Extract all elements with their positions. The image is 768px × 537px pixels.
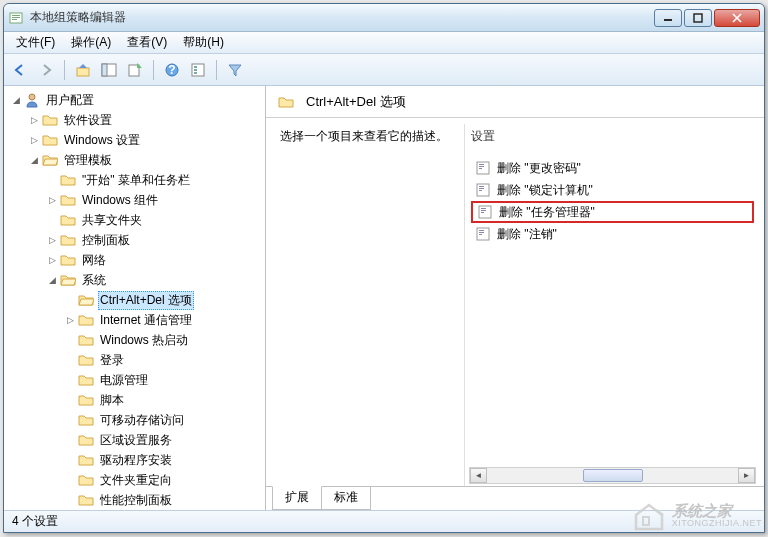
tree-node[interactable]: 驱动程序安装 [4,450,265,470]
tree-node-admin-templates[interactable]: ◢ 管理模板 [4,150,265,170]
tree-label: 系统 [80,271,108,290]
folder-icon [78,312,94,328]
description-column: 选择一个项目来查看它的描述。 [270,124,464,486]
svg-rect-20 [479,164,484,165]
scroll-thumb[interactable] [583,469,643,482]
tree-node[interactable]: ▷ 控制面板 [4,230,265,250]
svg-rect-31 [477,228,489,240]
detail-area: 选择一个项目来查看它的描述。 设置 删除 "更改密码" 删除 "锁定计算机" 删… [266,118,764,486]
tree-node[interactable]: 共享文件夹 [4,210,265,230]
scroll-right-button[interactable]: ► [738,468,755,483]
svg-rect-25 [479,188,484,189]
tree-node[interactable]: ▷ Windows 组件 [4,190,265,210]
tab-extended[interactable]: 扩展 [272,486,322,510]
expand-icon[interactable]: ▷ [28,114,40,126]
policy-icon [475,226,491,242]
svg-rect-30 [481,212,484,213]
menubar: 文件(F) 操作(A) 查看(V) 帮助(H) [4,32,764,54]
tree-node[interactable]: 性能控制面板 [4,490,265,510]
svg-point-18 [29,94,35,100]
svg-rect-15 [194,66,197,68]
setting-label: 删除 "任务管理器" [499,204,595,221]
tab-standard[interactable]: 标准 [321,487,371,510]
tree-node[interactable]: ▷ Windows 设置 [4,130,265,150]
help-button[interactable]: ? [160,58,184,82]
svg-rect-1 [12,15,20,16]
horizontal-scrollbar[interactable]: ◄ ► [469,467,756,484]
tree-node[interactable]: ▷ 网络 [4,250,265,270]
svg-rect-33 [479,232,484,233]
description-prompt: 选择一个项目来查看它的描述。 [280,128,454,145]
menu-action[interactable]: 操作(A) [63,32,119,53]
menu-help[interactable]: 帮助(H) [175,32,232,53]
svg-rect-10 [102,64,107,76]
tree-node-ctrl-alt-del[interactable]: Ctrl+Alt+Del 选项 [4,290,265,310]
folder-icon [78,472,94,488]
menu-view[interactable]: 查看(V) [119,32,175,53]
properties-button[interactable] [186,58,210,82]
tree-node[interactable]: 可移动存储访问 [4,410,265,430]
tree-node[interactable]: "开始" 菜单和任务栏 [4,170,265,190]
toolbar-separator [153,60,154,80]
tree-panel[interactable]: ◢ 用户配置 ▷ 软件设置 ▷ Windows 设置 ◢ 管理模板 " [4,86,266,510]
folder-icon [78,392,94,408]
folder-icon [78,492,94,508]
folder-open-icon [78,292,94,308]
svg-rect-3 [12,19,17,20]
svg-rect-32 [479,230,484,231]
folder-icon [78,432,94,448]
forward-button[interactable] [34,58,58,82]
folder-icon [78,452,94,468]
tree-node[interactable]: Windows 热启动 [4,330,265,350]
setting-item[interactable]: 删除 "注销" [471,223,754,245]
scroll-left-button[interactable]: ◄ [470,468,487,483]
tree-node[interactable]: 登录 [4,350,265,370]
settings-header[interactable]: 设置 [471,128,754,145]
tree-node[interactable]: ▷ Internet 通信管理 [4,310,265,330]
tree-node[interactable]: 电源管理 [4,370,265,390]
maximize-button[interactable] [684,9,712,27]
tree-label: Windows 组件 [80,191,160,210]
expand-icon[interactable]: ▷ [28,134,40,146]
tree-label: 管理模板 [62,151,114,170]
tree-node-system[interactable]: ◢ 系统 [4,270,265,290]
back-button[interactable] [8,58,32,82]
expand-icon[interactable]: ▷ [64,314,76,326]
setting-label: 删除 "注销" [497,226,557,243]
show-hide-tree-button[interactable] [97,58,121,82]
close-button[interactable] [714,9,760,27]
setting-item[interactable]: 删除 "锁定计算机" [471,179,754,201]
tree-label: 脚本 [98,391,126,410]
export-button[interactable] [123,58,147,82]
tree-node[interactable]: 脚本 [4,390,265,410]
scroll-track[interactable] [487,468,738,483]
folder-icon [78,352,94,368]
tree-node[interactable]: 文件夹重定向 [4,470,265,490]
window-controls [654,9,760,27]
filter-button[interactable] [223,58,247,82]
expand-icon[interactable]: ▷ [46,254,58,266]
expand-icon[interactable]: ▷ [46,234,58,246]
tree-node[interactable]: 区域设置服务 [4,430,265,450]
menu-file[interactable]: 文件(F) [8,32,63,53]
minimize-button[interactable] [654,9,682,27]
setting-item[interactable]: 删除 "更改密码" [471,157,754,179]
up-button[interactable] [71,58,95,82]
user-icon [24,92,40,108]
main-window: 本地组策略编辑器 文件(F) 操作(A) 查看(V) 帮助(H) ? ◢ 用户配… [3,3,765,533]
setting-item-task-manager[interactable]: 删除 "任务管理器" [471,201,754,223]
tree-node-user-config[interactable]: ◢ 用户配置 [4,90,265,110]
app-icon [8,10,24,26]
tree-label: 用户配置 [44,91,96,110]
svg-rect-26 [479,190,482,191]
collapse-icon[interactable]: ◢ [46,274,58,286]
status-text: 4 个设置 [12,513,58,530]
tree-label: 文件夹重定向 [98,471,174,490]
collapse-icon[interactable]: ◢ [10,94,22,106]
tree-node[interactable]: ▷ 软件设置 [4,110,265,130]
path-bar: Ctrl+Alt+Del 选项 [266,86,764,118]
expand-icon[interactable]: ▷ [46,194,58,206]
tree-label: 可移动存储访问 [98,411,186,430]
collapse-icon[interactable]: ◢ [28,154,40,166]
svg-rect-29 [481,210,486,211]
